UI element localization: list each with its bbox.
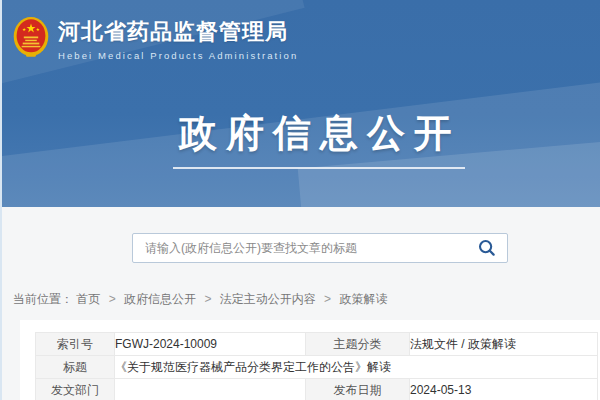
publish-date-value: 2024-05-13 (410, 379, 598, 400)
search-icon (477, 238, 497, 258)
site-title: 河北省药品监督管理局 (58, 18, 298, 46)
breadcrumb-item-policy-interpretation[interactable]: 政策解读 (339, 292, 387, 306)
page-left-edge (0, 0, 2, 400)
breadcrumb-item-home[interactable]: 首页 (76, 292, 100, 306)
breadcrumb-item-gov-info[interactable]: 政府信息公开 (124, 292, 196, 306)
breadcrumb-item-statutory-disclosure[interactable]: 法定主动公开内容 (220, 292, 316, 306)
national-emblem-icon (13, 14, 49, 64)
subject-category-value: 法规文件 / 政策解读 (410, 333, 598, 356)
table-row: 索引号 FGWJ-2024-10009 主题分类 法规文件 / 政策解读 (36, 333, 598, 356)
subject-category-label: 主题分类 (306, 333, 410, 356)
site-logo-block[interactable]: 河北省药品监督管理局 Hebei Medical Products Admini… (13, 12, 298, 64)
breadcrumb-separator: > (109, 292, 116, 306)
index-number-value: FGWJ-2024-10009 (115, 333, 306, 356)
breadcrumb-separator: > (324, 292, 331, 306)
search-box (132, 233, 508, 263)
search-button[interactable] (467, 234, 507, 262)
title-value[interactable]: 《关于规范医疗器械产品分类界定工作的公告》解读 (115, 356, 598, 379)
site-title-english: Hebei Medical Products Administration (58, 50, 298, 61)
index-number-label: 索引号 (36, 333, 115, 356)
publish-date-label: 发布日期 (306, 379, 410, 400)
banner-underline (173, 167, 465, 169)
breadcrumb-separator: > (204, 292, 211, 306)
document-info-card: 索引号 FGWJ-2024-10009 主题分类 法规文件 / 政策解读 标题 … (20, 320, 600, 400)
site-header-banner: 河北省药品监督管理局 Hebei Medical Products Admini… (0, 0, 600, 207)
breadcrumb-label: 当前位置： (13, 292, 73, 306)
page-banner-title: 政府信息公开 (40, 108, 600, 159)
table-row: 发文部门 发布日期 2024-05-13 (36, 379, 598, 400)
issuing-department-label: 发文部门 (36, 379, 115, 400)
breadcrumb: 当前位置： 首页 > 政府信息公开 > 法定主动公开内容 > 政策解读 (13, 291, 387, 308)
issuing-department-value (115, 379, 306, 400)
search-input[interactable] (133, 241, 467, 255)
document-meta-table: 索引号 FGWJ-2024-10009 主题分类 法规文件 / 政策解读 标题 … (35, 332, 598, 400)
title-label: 标题 (36, 356, 115, 379)
table-row: 标题 《关于规范医疗器械产品分类界定工作的公告》解读 (36, 356, 598, 379)
